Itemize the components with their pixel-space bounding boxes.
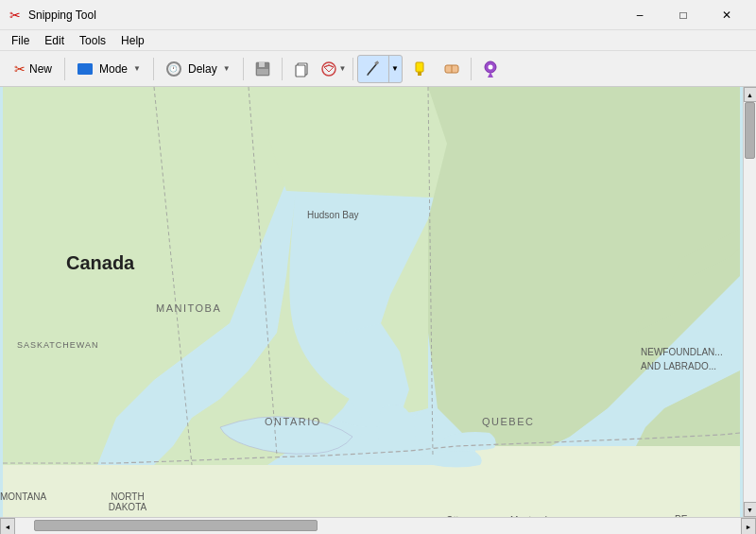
delay-label: Delay bbox=[188, 62, 217, 76]
svg-rect-9 bbox=[416, 62, 423, 72]
mode-button[interactable]: Mode ▼ bbox=[69, 58, 149, 80]
horizontal-scrollbar: ◄ ► bbox=[0, 517, 756, 534]
svg-rect-4 bbox=[296, 65, 305, 77]
main-area: Hudson Bay Canada MANITOBA SASKATCHEWAN … bbox=[0, 87, 756, 517]
scroll-down-button[interactable]: ▼ bbox=[744, 502, 757, 517]
pen-icon bbox=[364, 60, 383, 78]
vertical-scrollbar: ▲ ▼ bbox=[743, 87, 756, 517]
pen-button[interactable] bbox=[358, 56, 388, 82]
menu-file[interactable]: File bbox=[4, 32, 37, 49]
separator-2 bbox=[153, 58, 154, 80]
new-label: New bbox=[29, 62, 52, 76]
window-title: Snipping Tool bbox=[28, 9, 618, 22]
svg-line-6 bbox=[368, 63, 377, 75]
scrollbar-v-track[interactable] bbox=[744, 102, 756, 502]
scroll-up-button[interactable]: ▲ bbox=[744, 87, 757, 102]
title-bar: ✂ Snipping Tool – □ ✕ bbox=[0, 0, 756, 30]
scroll-right-button[interactable]: ► bbox=[741, 518, 756, 534]
window-controls: – □ ✕ bbox=[618, 0, 748, 30]
eraser-button[interactable] bbox=[437, 56, 467, 82]
map-container[interactable]: Hudson Bay Canada MANITOBA SASKATCHEWAN … bbox=[0, 87, 743, 517]
separator-3 bbox=[243, 58, 244, 80]
new-button[interactable]: ✂ New bbox=[6, 57, 60, 81]
menu-bar: File Edit Tools Help bbox=[0, 30, 756, 51]
mode-icon bbox=[77, 63, 93, 75]
toolbar: ✂ New Mode ▼ 🕐 Delay ▼ bbox=[0, 51, 756, 87]
scrollbar-h-thumb[interactable] bbox=[34, 520, 318, 531]
highlighter-icon bbox=[410, 60, 429, 78]
menu-help[interactable]: Help bbox=[113, 32, 152, 49]
close-button[interactable]: ✕ bbox=[705, 0, 748, 30]
svg-rect-10 bbox=[418, 72, 421, 76]
save-button[interactable] bbox=[248, 56, 278, 82]
separator-6 bbox=[471, 58, 472, 80]
separator-4 bbox=[282, 58, 283, 80]
minimize-button[interactable]: – bbox=[618, 0, 662, 30]
eraser-icon bbox=[441, 60, 462, 78]
scissors-icon: ✂ bbox=[14, 61, 26, 77]
app-icon: ✂ bbox=[8, 8, 23, 23]
delay-arrow-icon: ▼ bbox=[223, 64, 231, 73]
pin-button[interactable] bbox=[475, 56, 506, 82]
svg-rect-2 bbox=[257, 69, 268, 75]
send-button[interactable]: ▼ bbox=[318, 56, 349, 82]
svg-point-14 bbox=[488, 64, 492, 69]
highlighter-button[interactable] bbox=[404, 56, 435, 82]
maximize-button[interactable]: □ bbox=[662, 0, 705, 30]
pen-tool-group: ▼ bbox=[357, 55, 403, 83]
pen-dropdown-arrow[interactable]: ▼ bbox=[388, 56, 402, 82]
menu-tools[interactable]: Tools bbox=[72, 32, 113, 49]
separator-1 bbox=[64, 58, 65, 80]
svg-point-5 bbox=[322, 62, 335, 76]
scrollbar-v-thumb[interactable] bbox=[745, 102, 755, 159]
delay-button[interactable]: 🕐 Delay ▼ bbox=[158, 57, 239, 81]
copy-icon bbox=[293, 60, 310, 78]
menu-edit[interactable]: Edit bbox=[37, 32, 72, 49]
send-arrow-icon: ▼ bbox=[339, 64, 347, 73]
clock-icon: 🕐 bbox=[166, 61, 181, 77]
send-icon bbox=[320, 60, 337, 78]
scroll-left-button[interactable]: ◄ bbox=[0, 518, 15, 534]
mode-arrow-icon: ▼ bbox=[133, 64, 141, 73]
mode-label: Mode bbox=[99, 62, 128, 76]
scrollbar-h-track[interactable] bbox=[15, 518, 741, 534]
svg-rect-1 bbox=[259, 62, 265, 67]
svg-rect-8 bbox=[374, 60, 379, 65]
map-svg bbox=[0, 87, 743, 517]
copy-button[interactable] bbox=[286, 56, 317, 82]
separator-5 bbox=[352, 58, 353, 80]
save-icon bbox=[254, 60, 271, 78]
pin-icon bbox=[481, 59, 500, 79]
